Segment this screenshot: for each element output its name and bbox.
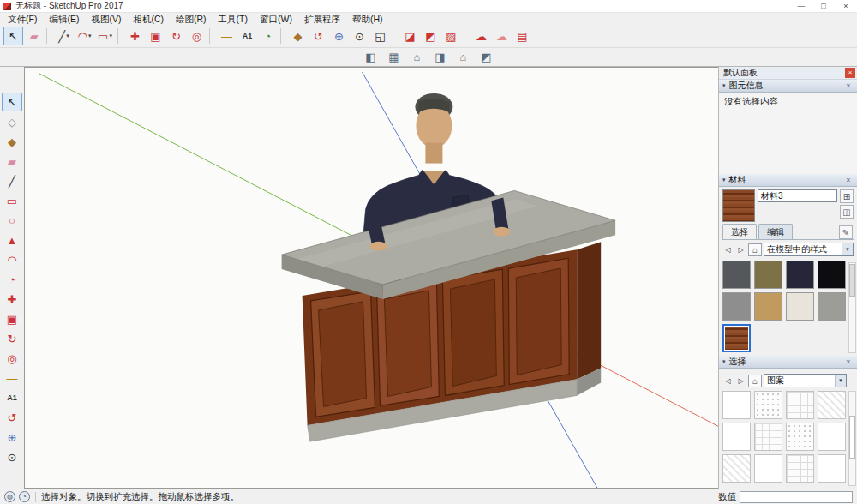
paint-bucket-tool-icon[interactable]: ◆ (2, 132, 22, 151)
material-khaki[interactable] (754, 261, 782, 289)
scrollbar-thumb[interactable] (849, 416, 855, 459)
material-black[interactable] (818, 261, 846, 289)
view-front-icon[interactable]: ⌂ (407, 50, 428, 65)
pan-tool-icon[interactable]: ⊕ (2, 428, 22, 447)
maximize-button[interactable]: □ (812, 0, 835, 12)
view-right-icon[interactable]: ◨ (430, 50, 451, 65)
scrollbar-thumb[interactable] (849, 264, 855, 297)
material-navy[interactable] (786, 261, 814, 289)
eraser-tool-icon[interactable]: ▰ (24, 27, 44, 45)
select-section-header[interactable]: ▾ 选择 × (719, 356, 857, 369)
pan-tool-icon[interactable]: ⊕ (329, 27, 349, 45)
credits-icon[interactable]: ◔ (19, 491, 30, 502)
pattern-plain[interactable] (722, 391, 751, 419)
select-tool-icon[interactable]: ↖ (3, 27, 23, 45)
arc-tool-icon[interactable]: ◠▾ (75, 27, 94, 45)
tray-titlebar[interactable]: 默认面板 × (719, 67, 857, 80)
text-tool-icon[interactable]: A1 (237, 27, 257, 45)
paint-bucket-tool-icon[interactable]: ◆ (288, 27, 308, 45)
pie-tool-icon[interactable]: ◔ (2, 270, 22, 289)
offset-tool-icon[interactable]: ◎ (2, 349, 22, 368)
pattern-diagonal[interactable] (818, 391, 846, 419)
geolocation-icon[interactable]: ◍ (4, 491, 15, 502)
display-secondary-pane-button[interactable]: ◫ (840, 205, 854, 219)
warehouse-cloud-icon[interactable]: ☁ (471, 27, 491, 45)
view-back-icon[interactable]: ⌂ (453, 50, 474, 65)
menu-item[interactable]: 文件(F) (2, 13, 43, 25)
zoom-tool-icon[interactable]: ⊙ (350, 27, 369, 45)
rotate-tool-icon[interactable]: ↻ (2, 329, 22, 348)
patterns-collection-dropdown[interactable]: 图案 ▼ (764, 374, 847, 387)
in-model-icon[interactable]: ⌂ (748, 375, 762, 387)
rotate-tool-icon[interactable]: ↻ (166, 27, 186, 45)
rectangle-tool-icon[interactable]: ▭ (2, 191, 22, 210)
pattern-plain-2[interactable] (722, 423, 751, 451)
menu-item[interactable]: 编辑(E) (43, 13, 85, 25)
make-component-icon[interactable]: ◇ (2, 112, 22, 131)
counter-model[interactable] (282, 190, 616, 441)
material-preview[interactable] (722, 189, 755, 222)
forward-arrow-icon[interactable]: ▷ (735, 243, 746, 255)
tape-measure-tool-icon[interactable]: — (217, 27, 237, 45)
tape-measure-tool-icon[interactable]: — (2, 369, 22, 387)
material-gray[interactable] (722, 292, 751, 321)
pattern-plain-4[interactable] (754, 454, 782, 483)
material-cream[interactable] (786, 292, 814, 321)
close-button[interactable]: × (835, 0, 857, 12)
text-tool-icon[interactable]: A1 (2, 388, 22, 407)
in-model-icon[interactable]: ⌂ (748, 243, 762, 256)
push-pull-tool-icon[interactable]: ▣ (2, 309, 22, 328)
shape-tool-icon[interactable]: ▭▾ (95, 27, 115, 45)
orbit-tool-icon[interactable]: ↺ (309, 27, 328, 45)
arc-tool-icon[interactable]: ◠ (2, 250, 22, 269)
back-arrow-icon[interactable]: ◁ (722, 375, 734, 387)
pattern-plain-5[interactable] (818, 454, 846, 483)
circle-tool-icon[interactable]: ○ (2, 211, 22, 230)
menu-item[interactable]: 工具(T) (213, 13, 254, 25)
protractor-tool-icon[interactable]: ◔ (258, 27, 278, 45)
section-fill-tool-icon[interactable]: ◩ (421, 27, 440, 45)
menu-item[interactable]: 相机(C) (127, 13, 170, 25)
view-top-icon[interactable]: ▦ (384, 50, 405, 65)
tab-select[interactable]: 选择 (722, 224, 757, 239)
push-pull-tool-icon[interactable]: ▣ (146, 27, 165, 45)
materials-collection-dropdown[interactable]: 在模型中的样式 ▼ (764, 243, 854, 256)
extension-list-icon[interactable]: ▤ (512, 27, 532, 45)
material-slate[interactable] (722, 261, 751, 289)
line-tool-icon[interactable]: ╱ (2, 171, 22, 190)
menu-item[interactable]: 窗口(W) (254, 13, 298, 25)
pattern-dots-2[interactable] (786, 423, 814, 451)
patterns-scrollbar[interactable] (848, 391, 856, 486)
sample-paint-button[interactable]: ✎ (839, 225, 853, 239)
menu-item[interactable]: 扩展程序 (298, 13, 346, 25)
pattern-grid-2[interactable] (754, 423, 782, 451)
menu-item[interactable]: 帮助(H) (346, 13, 389, 25)
share-cloud-icon[interactable]: ☁ (492, 27, 512, 45)
zoom-tool-icon[interactable]: ⊙ (2, 447, 22, 466)
tab-edit[interactable]: 编辑 (758, 224, 793, 239)
pattern-dots[interactable] (754, 391, 782, 419)
model-viewport[interactable] (24, 67, 718, 489)
pattern-plain-3[interactable] (818, 423, 846, 451)
material-name-input[interactable] (758, 189, 837, 202)
select-tool-icon[interactable]: ↖ (2, 93, 22, 111)
pattern-grid-3[interactable] (786, 454, 814, 483)
polygon-tool-icon[interactable]: ▲ (2, 231, 22, 249)
materials-close-icon[interactable]: × (843, 176, 854, 184)
forward-arrow-icon[interactable]: ▷ (735, 375, 746, 387)
orbit-tool-icon[interactable]: ↺ (2, 408, 22, 427)
eraser-tool-icon[interactable]: ▰ (2, 152, 22, 171)
section-cut-tool-icon[interactable]: ▨ (441, 27, 461, 45)
select-section-close-icon[interactable]: × (843, 357, 854, 366)
view-left-icon[interactable]: ◩ (476, 50, 497, 65)
material-speckle[interactable] (818, 292, 846, 321)
menu-item[interactable]: 视图(V) (85, 13, 127, 25)
back-arrow-icon[interactable]: ◁ (722, 243, 734, 255)
materials-scrollbar[interactable] (848, 262, 856, 353)
view-iso-icon[interactable]: ◧ (361, 50, 381, 65)
materials-header[interactable]: ▾ 材料 × (719, 174, 857, 187)
entity-info-header[interactable]: ▾ 图元信息 × (719, 80, 857, 93)
pattern-grid[interactable] (786, 391, 814, 419)
move-tool-icon[interactable]: ✚ (2, 290, 22, 309)
material3-wood[interactable] (722, 324, 751, 352)
